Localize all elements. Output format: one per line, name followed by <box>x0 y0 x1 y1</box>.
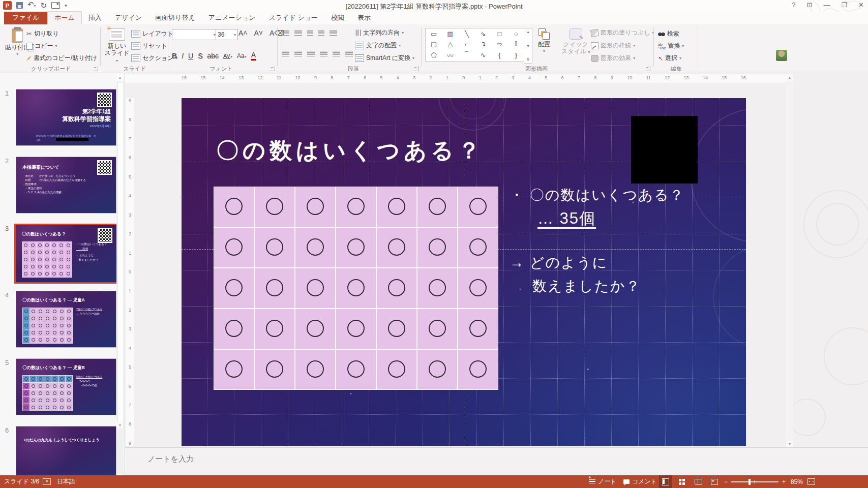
bullets-icon[interactable] <box>282 30 289 36</box>
reading-view-button[interactable] <box>692 475 705 488</box>
align-right-icon[interactable] <box>307 51 315 56</box>
minimize-button[interactable]: — <box>823 1 830 9</box>
shape-icon[interactable]: □ <box>498 30 502 38</box>
slideshow-view-button[interactable] <box>708 475 721 488</box>
font-color-button[interactable]: A <box>251 51 256 60</box>
comments-toggle[interactable]: コメント <box>623 475 657 488</box>
ribbon-display-options-button[interactable]: ⊡ <box>807 1 813 9</box>
shape-gallery-scrollbar[interactable]: ▴ ▾ ⊽ <box>524 28 532 64</box>
slide-arrow-text-line2[interactable]: 数えましたか？ <box>532 277 641 296</box>
shape-icon[interactable]: ⌒ <box>463 50 470 59</box>
tab-insert[interactable]: 挿入 <box>82 12 108 24</box>
scrollbar-thumb[interactable] <box>117 82 124 429</box>
shape-icon[interactable]: { <box>498 51 500 59</box>
shape-icon[interactable]: △ <box>447 40 453 48</box>
tab-review[interactable]: 校閲 <box>324 12 351 24</box>
slide-canvas[interactable]: 〇の数はいくつある？ ・ 〇の数はいくつある？ … 35個 → どのように 数え… <box>182 98 746 446</box>
normal-view-button[interactable] <box>659 475 672 488</box>
font-name-combobox[interactable]: ▾ <box>172 29 218 40</box>
language-indicator[interactable]: 日本語 <box>57 475 75 488</box>
accessibility-checker-icon[interactable]: ✕ <box>43 475 51 488</box>
new-slide-dropdown-icon[interactable]: ▾ <box>116 58 118 63</box>
text-direction-button[interactable]: 文字列の方向▾ <box>355 28 404 37</box>
arrange-button[interactable]: 配置 ▾ <box>538 28 550 55</box>
section-button[interactable]: セクション▾ <box>131 54 177 63</box>
paragraph-dialog-launcher[interactable]: ⌐ <box>413 66 418 71</box>
tab-slideshow[interactable]: スライド ショー <box>262 12 324 24</box>
decrease-indent-icon[interactable] <box>307 30 313 36</box>
shape-icon[interactable]: ∿ <box>481 51 486 59</box>
thumbnail-slide-2[interactable]: 本指導案について ・単元名 かけ算（2） 九九をつくろう・目標 7の段の九九の構… <box>16 157 116 214</box>
thumbnail-slide-3-selected[interactable]: 〇の数はいくつある？ ・〇の数はいくつある？ … 35個→ どのように 数えまし… <box>14 224 118 284</box>
clipboard-dialog-launcher[interactable]: ⌐ <box>93 66 98 71</box>
shape-gallery[interactable]: ▭▥╲⇘□○▢△⌐↴⇨⇩⬠〰⌒∿{} <box>425 28 525 62</box>
shape-icon[interactable]: ▥ <box>447 30 453 38</box>
shape-icon[interactable]: ○ <box>514 30 518 38</box>
copy-button[interactable]: コピー ▾ <box>26 42 57 50</box>
gallery-more-icon[interactable]: ⊽ <box>527 57 530 62</box>
convert-smartart-button[interactable]: SmartArt に変換▾ <box>355 54 414 63</box>
thumbnail-scrollbar[interactable]: ▲ ▼ <box>116 74 124 474</box>
format-painter-button[interactable]: 書式のコピー/貼り付け <box>26 54 97 63</box>
thumbnail-slide-1[interactable]: 第2学年1組 算数科学習指導案 2022年6月18日 教育学部 中初教育教員養成… <box>16 89 116 146</box>
strikethrough-button[interactable]: abc <box>207 52 219 60</box>
thumbnail-slide-5[interactable]: 〇の数はいくつある？ ― 児童B 5個の〇が横に7つある→ 5+5+5+5 +5… <box>16 358 116 415</box>
slide-area-scrollbar[interactable]: ▲ ▼ <box>786 74 793 447</box>
gallery-up-icon[interactable]: ▴ <box>527 29 529 34</box>
shape-icon[interactable]: ⌐ <box>465 40 469 48</box>
character-spacing-button[interactable]: AV▾ <box>223 53 232 59</box>
slide-answer-text[interactable]: … 35個 <box>537 208 596 229</box>
font-dialog-launcher[interactable]: ⌐ <box>270 66 275 71</box>
tab-animations[interactable]: アニメーション <box>202 12 262 24</box>
shape-icon[interactable]: ⇩ <box>513 40 519 48</box>
notes-pane[interactable]: ノートを入力 <box>125 447 868 476</box>
scroll-up-icon[interactable]: ▲ <box>786 74 793 81</box>
underline-button[interactable]: U <box>188 52 193 60</box>
tab-design[interactable]: デザイン <box>108 12 148 24</box>
reset-button[interactable]: リセット <box>131 42 167 50</box>
bold-button[interactable]: B <box>172 52 177 60</box>
shape-outline-button[interactable]: 図形の枠線▾ <box>591 41 635 50</box>
distribute-icon[interactable] <box>333 51 340 56</box>
fit-to-window-button[interactable] <box>807 475 815 488</box>
slide-sorter-view-button[interactable] <box>675 475 689 488</box>
zoom-out-button[interactable]: − <box>724 475 728 488</box>
shape-icon[interactable]: ⇘ <box>481 30 486 38</box>
zoom-slider-thumb[interactable] <box>749 479 751 485</box>
change-case-button[interactable]: Aa▾ <box>237 52 247 59</box>
notes-placeholder[interactable]: ノートを入力 <box>147 454 194 464</box>
grow-font-button[interactable]: A˄ <box>237 29 249 37</box>
black-rectangle-placeholder[interactable] <box>631 116 698 184</box>
thumbnail-slide-6[interactable]: 7のだんの九九をくふうしてつくりましょう <box>16 426 116 475</box>
columns-icon[interactable] <box>345 51 353 56</box>
drawing-dialog-launcher[interactable]: ⌐ <box>645 66 650 71</box>
find-button[interactable]: 検索 <box>658 29 679 38</box>
replace-button[interactable]: ab↪ac 置換▾ <box>658 42 684 50</box>
font-size-combobox[interactable]: 36▾ <box>216 29 238 40</box>
help-button[interactable]: ? <box>792 1 795 9</box>
shape-icon[interactable]: ⇨ <box>497 40 502 48</box>
layout-button[interactable]: レイアウト▾ <box>131 29 177 38</box>
shape-icon[interactable]: ╲ <box>465 30 469 38</box>
shape-icon[interactable]: ↴ <box>481 40 486 48</box>
numbering-icon[interactable] <box>294 30 302 36</box>
justify-icon[interactable] <box>320 51 327 56</box>
new-slide-button[interactable]: 新しい スライド ▾ <box>104 28 130 65</box>
align-center-icon[interactable] <box>294 51 302 56</box>
increase-indent-icon[interactable] <box>318 30 324 36</box>
shape-effects-button[interactable]: 図形の効果▾ <box>591 54 635 63</box>
shape-icon[interactable]: ▢ <box>431 40 437 48</box>
select-button[interactable]: ↖ 選択▾ <box>658 54 681 63</box>
close-button[interactable]: ✕ <box>858 1 864 9</box>
zoom-level[interactable]: 85% <box>791 475 803 488</box>
zoom-in-button[interactable]: + <box>782 475 786 488</box>
zoom-slider[interactable] <box>731 475 779 488</box>
notes-toggle[interactable]: ノート <box>589 475 617 488</box>
user-avatar[interactable] <box>776 50 787 61</box>
restore-button[interactable]: ❐ <box>841 1 847 9</box>
slide-indicator[interactable]: スライド 3/6 <box>4 475 39 488</box>
shape-fill-button[interactable]: 図形の塗りつぶし▾ <box>591 28 654 37</box>
quick-styles-button[interactable]: クイック スタイル ▾ <box>561 28 590 56</box>
copy-dropdown-icon[interactable]: ▾ <box>55 44 57 48</box>
shape-icon[interactable]: ▭ <box>431 30 437 38</box>
